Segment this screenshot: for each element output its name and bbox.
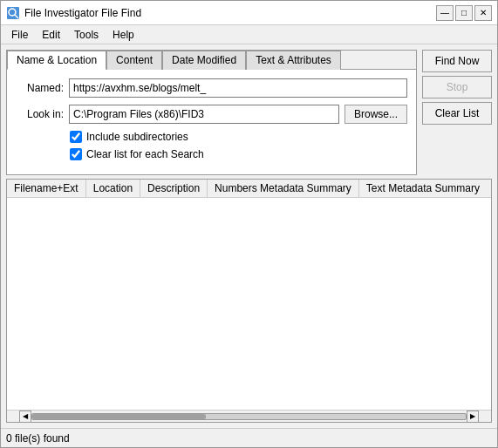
named-input[interactable] bbox=[69, 78, 407, 98]
include-subdirs-row: Include subdirectories bbox=[70, 131, 407, 143]
clear-list-button[interactable]: Clear List bbox=[422, 102, 492, 125]
status-text: 0 file(s) found bbox=[6, 432, 70, 445]
clear-list-label: Clear list for each Search bbox=[86, 148, 204, 160]
results-header: Filename+Ext Location Description Number… bbox=[7, 180, 491, 198]
minimize-button[interactable]: — bbox=[436, 5, 454, 21]
menu-edit[interactable]: Edit bbox=[35, 27, 67, 43]
menu-file[interactable]: File bbox=[4, 27, 35, 43]
tab-strip: Name & Location Content Date Modified Te… bbox=[7, 51, 416, 70]
find-now-button[interactable]: Find Now bbox=[422, 50, 492, 72]
lookin-input[interactable] bbox=[69, 105, 339, 124]
stop-button[interactable]: Stop bbox=[422, 76, 492, 98]
col-text-metadata[interactable]: Text Metadata Summary bbox=[359, 180, 491, 197]
scroll-right-arrow[interactable]: ▶ bbox=[467, 411, 479, 423]
clear-list-row: Clear list for each Search bbox=[70, 148, 407, 160]
include-subdirs-checkbox[interactable] bbox=[70, 131, 82, 143]
scroll-thumb[interactable] bbox=[32, 414, 206, 419]
lookin-row: Look in: Browse... bbox=[16, 105, 407, 124]
h-scrollbar[interactable]: ◀ ▶ bbox=[7, 410, 491, 422]
sidebar-buttons: Find Now Stop Clear List bbox=[422, 50, 492, 175]
menu-bar: File Edit Tools Help bbox=[1, 25, 497, 44]
close-button[interactable]: ✕ bbox=[474, 5, 492, 21]
title-bar: File Investigator File Find — □ ✕ bbox=[1, 1, 497, 25]
tab-date-modified[interactable]: Date Modified bbox=[162, 51, 246, 70]
named-label: Named: bbox=[16, 82, 64, 94]
results-area: Filename+Ext Location Description Number… bbox=[6, 179, 492, 423]
scroll-left-arrow[interactable]: ◀ bbox=[19, 411, 31, 423]
maximize-button[interactable]: □ bbox=[455, 5, 473, 21]
status-bar: 0 file(s) found bbox=[1, 428, 497, 447]
col-location[interactable]: Location bbox=[86, 180, 140, 197]
results-body bbox=[7, 198, 491, 410]
tab-content-area: Named: Look in: Browse... Include subdir… bbox=[7, 70, 416, 174]
tab-name-location[interactable]: Name & Location bbox=[7, 51, 106, 70]
menu-tools[interactable]: Tools bbox=[67, 27, 106, 43]
col-filename[interactable]: Filename+Ext bbox=[7, 180, 86, 197]
named-row: Named: bbox=[16, 78, 407, 98]
app-icon bbox=[6, 6, 20, 20]
top-section: Name & Location Content Date Modified Te… bbox=[6, 50, 492, 175]
main-window: File Investigator File Find — □ ✕ File E… bbox=[0, 0, 498, 448]
include-subdirs-label: Include subdirectories bbox=[86, 131, 188, 143]
main-content: Name & Location Content Date Modified Te… bbox=[1, 44, 497, 428]
clear-list-checkbox[interactable] bbox=[70, 148, 82, 160]
scroll-track[interactable] bbox=[31, 413, 467, 420]
tab-content[interactable]: Content bbox=[106, 51, 162, 70]
col-description[interactable]: Description bbox=[140, 180, 208, 197]
window-controls: — □ ✕ bbox=[436, 5, 492, 21]
browse-button[interactable]: Browse... bbox=[345, 105, 407, 124]
tab-panel: Name & Location Content Date Modified Te… bbox=[6, 50, 417, 175]
tab-text-attributes[interactable]: Text & Attributes bbox=[246, 51, 341, 70]
col-numbers-metadata[interactable]: Numbers Metadata Summary bbox=[208, 180, 359, 197]
menu-help[interactable]: Help bbox=[106, 27, 141, 43]
window-title: File Investigator File Find bbox=[24, 7, 436, 19]
lookin-label: Look in: bbox=[16, 108, 64, 120]
